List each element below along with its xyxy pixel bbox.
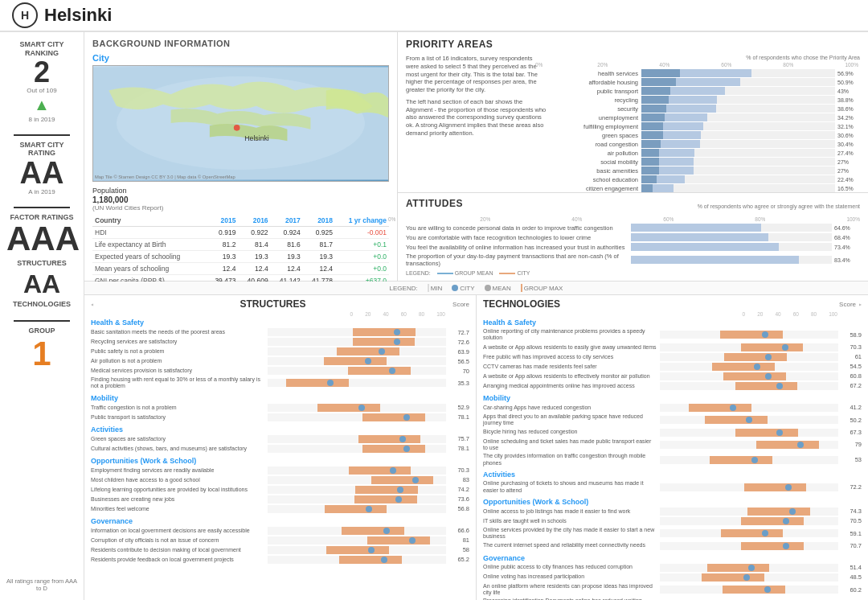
item-row: Residents contribute to decision making …	[91, 546, 469, 554]
item-bar-area	[660, 564, 838, 572]
item-score: 58.9	[841, 331, 862, 339]
priority-bar-dark	[641, 105, 666, 113]
priority-bar-value: 30.4%	[837, 142, 860, 147]
table-cell: +0.0	[335, 251, 389, 263]
priority-bar-value: 30.6%	[837, 133, 860, 138]
priority-title: PRIORITY AREAS	[406, 39, 860, 50]
struct-nav-left[interactable]: ◀	[91, 302, 93, 306]
item-label: Residents contribute to decision making …	[91, 547, 268, 553]
item-label: Public safety is not a problem	[91, 348, 268, 355]
item-bar-area	[660, 429, 838, 437]
category-section: MobilityCar-sharing Apps have reduced co…	[483, 394, 862, 466]
ranking-subtext: Out of 109	[6, 87, 77, 94]
item-bar-area	[660, 508, 838, 516]
item-score: 73.6	[449, 495, 469, 503]
item-label: Recycling services are satisfactory	[91, 339, 268, 345]
priority-bar-value: 43%	[837, 88, 860, 94]
item-score: 70.3	[449, 466, 469, 474]
table-cell: Life expectancy at Birth	[92, 239, 206, 251]
legend-city: CITY	[499, 270, 530, 276]
priority-bar-label: recycling	[553, 97, 641, 104]
item-label: Air pollution is not a problem	[91, 358, 268, 364]
group-value: 1	[6, 335, 77, 373]
priority-scale-ticks: 0%20%40%60%80%100%	[553, 62, 860, 68]
technologies-container: Health & SafetyOnline reporting of city …	[483, 318, 862, 600]
item-dot	[381, 557, 387, 563]
item-score: 79	[841, 441, 862, 448]
priority-bar-container	[641, 131, 835, 139]
item-score: 63.9	[449, 348, 469, 355]
priority-bar-container	[641, 105, 835, 113]
category-section: Opportunities (Work & School)Online acce…	[483, 498, 862, 550]
priority-bar-value: 50.9%	[837, 80, 860, 85]
item-bar-area	[660, 586, 838, 594]
item-bar-area	[660, 456, 838, 464]
item-label: Online services provided by the city has…	[483, 527, 660, 540]
priority-bar-label: affordable housing	[553, 79, 641, 86]
item-bar-orange	[325, 505, 387, 513]
item-label: Online scheduling and ticket sales has m…	[483, 438, 660, 452]
struct-scale: 020406080100	[91, 311, 469, 317]
item-bar-orange	[355, 486, 418, 494]
item-bar-area	[660, 372, 838, 380]
legend-min: MIN	[428, 284, 443, 292]
attitudes-label: You are comfortable with face recognitio…	[406, 234, 631, 241]
item-score: 56.5	[449, 358, 469, 365]
item-dot	[394, 329, 400, 335]
priority-bar-row: social mobility27%	[553, 158, 860, 166]
item-row: Recycling services are satisfactory72.6	[91, 338, 469, 346]
priority-bar-row: unemployment34.2%	[553, 113, 860, 121]
item-bar-orange	[317, 404, 380, 412]
item-bar-area	[268, 486, 446, 494]
legend-label: LEGEND:	[406, 270, 431, 276]
table-cell: Expected years of schooling	[92, 251, 206, 263]
city-label: City	[92, 53, 389, 63]
category-section: Health & SafetyOnline reporting of city …	[483, 318, 862, 390]
priority-bar-container	[641, 122, 835, 130]
category-section: GovernanceInformation on local governmen…	[91, 517, 469, 564]
item-row: An online platform where residents can p…	[483, 583, 862, 597]
city-name: Helsinki	[44, 5, 112, 26]
bottom-columns: ◀ STRUCTURES Score 020406080100 Health &…	[84, 295, 868, 600]
item-row: Residents provide feedback on local gove…	[91, 556, 469, 564]
tech-nav-right[interactable]: ▶	[859, 302, 862, 306]
priority-bar-container	[641, 166, 835, 175]
attitudes-bar-fill	[631, 256, 799, 264]
attitudes-bar-fill	[631, 243, 779, 251]
item-row: Online voting has increased participatio…	[483, 573, 862, 582]
rating-label: SMART CITY RATING	[6, 141, 77, 158]
item-label: Public transport is satisfactory	[91, 414, 268, 421]
item-bar-orange	[358, 435, 421, 443]
item-bar-area	[268, 546, 446, 554]
item-bar-orange	[367, 536, 430, 545]
item-label: Basic sanitation meets the needs of the …	[91, 329, 268, 335]
bg-title: BACKGROUND INFORMATION	[92, 39, 389, 48]
item-bar-area	[268, 413, 446, 421]
priority-bar-dark	[641, 113, 665, 121]
item-label: Apps that direct you to an available par…	[483, 413, 660, 427]
attitudes-bar-container	[631, 233, 832, 241]
item-row: Minorities feel welcome56.8	[91, 505, 469, 513]
attitudes-legend: LEGEND: GROUP MEAN CITY	[406, 270, 860, 276]
item-label: Information on local government decision…	[91, 528, 268, 534]
item-score: 66.6	[449, 527, 469, 534]
item-score: 70	[449, 368, 469, 375]
item-bar-orange	[324, 357, 387, 365]
priority-bar-row: citizen engagement16.5%	[553, 184, 860, 192]
attitudes-title: ATTITUDES	[406, 198, 463, 209]
attitudes-label: The proportion of your day-to-day paymen…	[406, 253, 631, 267]
item-score: 52.9	[449, 404, 469, 411]
attitudes-value: 68.4%	[834, 235, 860, 240]
item-label: Employment finding services are readily …	[91, 467, 268, 474]
priority-bar-dark	[641, 175, 657, 183]
item-dot	[762, 331, 768, 338]
item-row: The current internet speed and reliabili…	[483, 542, 862, 550]
tech-scale: 020406080100	[483, 311, 862, 317]
priority-bar-row: fulfilling employment32.1%	[553, 122, 860, 130]
priority-bar-value: 27%	[837, 168, 860, 174]
item-dot	[397, 487, 403, 493]
item-row: Air pollution is not a problem56.5	[91, 357, 469, 365]
item-dot	[403, 446, 410, 452]
item-bar-area	[268, 357, 446, 365]
priority-bar-container	[641, 158, 835, 166]
